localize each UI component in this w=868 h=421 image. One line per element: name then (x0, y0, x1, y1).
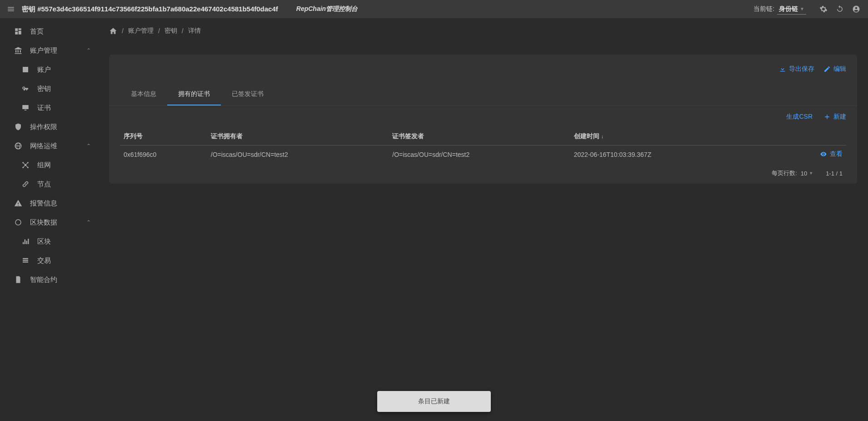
brand-label: RepChain管理控制台 (296, 5, 358, 13)
col-created[interactable]: 创建时间↓ (570, 128, 752, 145)
chevron-down-icon: ▼ (809, 171, 813, 175)
svg-point-5 (15, 220, 21, 225)
tab-basic-info[interactable]: 基本信息 (120, 84, 167, 105)
shield-icon (13, 123, 24, 131)
table-row: 0x61f696c0 /O=iscas/OU=sdr/CN=test2 /O=i… (120, 145, 846, 164)
link-icon (20, 180, 31, 188)
sidebar-item-key[interactable]: 密钥 (0, 79, 98, 98)
sidebar-item-label: 账户 (37, 65, 91, 74)
chevron-down-icon: ▼ (800, 6, 804, 11)
sidebar-item-label: 证书 (37, 104, 91, 112)
col-serial[interactable]: 序列号 (120, 128, 207, 145)
sidebar-item-op-auth[interactable]: 操作权限 (0, 117, 98, 136)
sort-desc-icon: ↓ (601, 134, 604, 139)
dashboard-icon (13, 27, 24, 35)
current-chain-label: 当前链: (753, 5, 774, 13)
sidebar-item-network[interactable]: 组网 (0, 155, 98, 175)
per-page-select[interactable]: 10 ▼ (801, 170, 813, 177)
sidebar-item-label: 报警信息 (30, 199, 91, 208)
sidebar-item-label: 区块数据 (30, 218, 86, 227)
sidebar-item-account-mgmt[interactable]: 账户管理 ⌃ (0, 41, 98, 60)
chevron-up-icon: ⌃ (86, 47, 91, 54)
sidebar-item-label: 组网 (37, 161, 91, 170)
sidebar-item-block-data[interactable]: 区块数据 ⌃ (0, 213, 98, 232)
cell-serial: 0x61f696c0 (120, 145, 207, 164)
globe-icon (13, 142, 24, 150)
bank-icon (13, 46, 24, 55)
gen-csr-button[interactable]: 生成CSR (786, 113, 813, 121)
breadcrumb-link-account-mgmt[interactable]: 账户管理 (128, 27, 154, 35)
breadcrumb: / 账户管理 / 密钥 / 详情 (109, 18, 857, 44)
sidebar-item-label: 交易 (37, 256, 91, 265)
sidebar-item-label: 区块 (37, 237, 91, 246)
tab-issued-certs[interactable]: 已签发证书 (221, 84, 274, 105)
chevron-up-icon: ⌃ (86, 143, 91, 149)
bars-icon (20, 237, 31, 246)
edit-button[interactable]: 编辑 (823, 65, 846, 73)
sidebar-item-contract[interactable]: 智能合约 (0, 270, 98, 289)
sidebar-item-tx[interactable]: 交易 (0, 251, 98, 270)
monitor-icon (20, 104, 31, 112)
key-icon (20, 85, 31, 93)
toast-notification: 条目已新建 (377, 391, 491, 412)
sidebar-item-label: 首页 (30, 27, 91, 36)
cert-table: 序列号 证书拥有者 证书签发者 创建时间↓ 0x61f696c0 /O=isca… (120, 128, 846, 164)
per-page-label: 每页行数: (772, 169, 797, 177)
circle-icon (13, 218, 24, 226)
sidebar-item-account[interactable]: 账户 (0, 60, 98, 79)
sidebar-item-cert[interactable]: 证书 (0, 98, 98, 117)
settings-icon[interactable] (817, 3, 830, 15)
sidebar: 首页 账户管理 ⌃ 账户 密钥 证书 操作权限 网络运维 ⌃ (0, 18, 98, 421)
breadcrumb-link-key[interactable]: 密钥 (165, 27, 177, 35)
col-issuer[interactable]: 证书签发者 (389, 128, 570, 145)
sidebar-item-node[interactable]: 节点 (0, 175, 98, 194)
new-button[interactable]: 新建 (823, 113, 846, 121)
export-button[interactable]: 导出保存 (779, 65, 814, 73)
view-button[interactable]: 查看 (820, 150, 843, 158)
page-title: 密钥 #557e3d4c366514f9114c73566f225bfa1b7a… (22, 5, 278, 14)
account-box-icon (20, 65, 31, 74)
gen-csr-label: 生成CSR (786, 113, 813, 121)
sidebar-item-label: 操作权限 (30, 123, 91, 131)
main-content: / 账户管理 / 密钥 / 详情 导出保存 编辑 基本信息 拥有的证书 (98, 18, 868, 421)
sidebar-item-home[interactable]: 首页 (0, 22, 98, 41)
list-icon (20, 256, 31, 265)
sidebar-item-label: 网络运维 (30, 142, 86, 150)
refresh-icon[interactable] (833, 3, 846, 15)
tab-owned-certs[interactable]: 拥有的证书 (167, 84, 221, 105)
page-range: 1-1 / 1 (826, 170, 843, 177)
account-icon[interactable] (850, 3, 863, 15)
edit-label: 编辑 (833, 65, 846, 73)
sidebar-item-alert[interactable]: 报警信息 (0, 194, 98, 213)
chevron-up-icon: ⌃ (86, 219, 91, 226)
detail-card: 导出保存 编辑 基本信息 拥有的证书 已签发证书 生成CSR (109, 55, 857, 184)
tabs: 基本信息 拥有的证书 已签发证书 (109, 84, 857, 106)
cell-issuer: /O=iscas/OU=sdr/CN=test2 (389, 145, 570, 164)
cell-owner: /O=iscas/OU=sdr/CN=test2 (207, 145, 389, 164)
menu-icon[interactable] (5, 4, 16, 15)
per-page-value: 10 (801, 170, 807, 177)
topbar: 密钥 #557e3d4c366514f9114c73566f225bfa1b7a… (0, 0, 868, 18)
view-label: 查看 (830, 150, 843, 158)
document-icon (13, 276, 24, 284)
sidebar-item-label: 账户管理 (30, 46, 86, 55)
sidebar-item-label: 节点 (37, 180, 91, 189)
cell-created: 2022-06-16T10:03:39.367Z (570, 145, 752, 164)
new-label: 新建 (833, 113, 846, 121)
breadcrumb-current: 详情 (188, 27, 201, 35)
warning-icon (13, 199, 24, 207)
hub-icon (20, 161, 31, 169)
sidebar-item-block[interactable]: 区块 (0, 232, 98, 251)
sidebar-item-net-ops[interactable]: 网络运维 ⌃ (0, 136, 98, 155)
home-icon[interactable] (109, 27, 117, 35)
col-owner[interactable]: 证书拥有者 (207, 128, 389, 145)
pagination: 每页行数: 10 ▼ 1-1 / 1 (120, 164, 846, 179)
chain-select[interactable]: 身份链 ▼ (777, 4, 806, 15)
sidebar-item-label: 密钥 (37, 85, 91, 93)
sidebar-item-label: 智能合约 (30, 276, 91, 284)
chain-select-value: 身份链 (779, 5, 798, 13)
export-label: 导出保存 (789, 65, 814, 73)
